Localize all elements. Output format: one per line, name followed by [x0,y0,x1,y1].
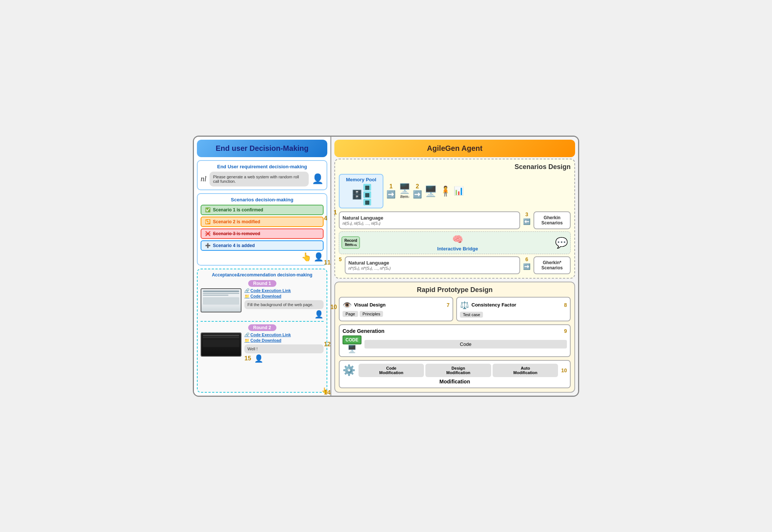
memory-pool-label: Memory Pool [346,177,376,182]
step2-area: 2 ➡️ [413,183,422,199]
mod-title: Modification [343,379,567,385]
scenario-added-text: Scenario 4 is added [213,243,255,248]
round1-user-icon: 👤 [244,310,324,319]
round1-badge: Round 1 [248,280,276,287]
monitor-code-icon: 🖥️ [347,344,357,353]
cg-content-row: CODE 🖥️ Code [343,335,567,353]
memory-pool-box: Memory Pool 🗄️ ▦ ▦ ▦ [339,174,383,208]
nl2-box-title: Natural Language [348,260,516,266]
step10-label: 10 [561,367,567,373]
step12-num: 12 [324,341,331,348]
step5-label: 5 [339,256,342,262]
cf-title: Consistency Factor [471,302,516,308]
requirement-content: nl Please generate a web system with ran… [201,172,324,186]
mod-boxes: CodeModification DesignModification Auto… [359,364,558,377]
round2-links: 🔗 Code Execution Link 📁 Code Download We… [244,332,324,363]
memory-row: Memory Pool 🗄️ ▦ ▦ ▦ 1 [339,174,571,208]
gherkin2-box: Gherkin*Scenarios [533,256,571,274]
scenario-removed-text: Scenario 3 is removed [213,231,260,236]
scenario-modified: 🔁 Scenario 2 is modified [201,217,324,227]
table-icon-3: ▦ [363,199,371,205]
code-icon-area: CODE 🖥️ [343,335,361,353]
scenario-removed-icon: ❌ [205,231,211,236]
round2-step15: 15 👤 [244,354,324,363]
scenarios-design-box: Scenarios Design Memory Pool 🗄️ ▦ ▦ ▦ [334,159,575,279]
nl-box-formula: nl(S₁), nl(S₂), …, nl(Sₙ) [343,221,516,226]
item-area: 🖥️ Itemᵢ 2 ➡️ 🖥️ 🧍 📊 [399,183,464,199]
user-icon-req: 👤 [312,173,324,185]
cf-header: ⚖️ Consistency Factor 8 [460,301,567,309]
folder-icon-2: 📁 [244,338,250,343]
link-icon-2: 🔗 [244,332,250,337]
round2-exec-label: Code Execution Link [250,332,291,337]
gear-icon: ⚙️ [343,364,356,376]
record-box: Record Itemᵢ₊₁ [341,236,360,249]
mod-row: ⚙️ CodeModification DesignModification A… [343,364,567,377]
mod-code: CodeModification [359,364,424,377]
step1-num: 1 [334,209,337,216]
round2-content: 👆 🔗 Code Execution Link 📁 Code Download … [201,332,324,363]
nl-gherkin-row: Natural Language nl(S₁), nl(S₂), …, nl(S… [339,211,571,229]
arrow-right-1: ➡️ [386,190,396,199]
nl2-box: Natural Language nl*(S₁), nl*(S₂), …, nl… [345,256,520,274]
step3-label: 3 [525,211,528,217]
round1-container: Round 1 [201,280,324,288]
round-divider [201,321,324,322]
scenarios-title: Scenarios decision-making [201,197,324,202]
step15-num: 15 [244,355,251,362]
table-icons: ▦ ▦ ▦ [363,184,371,205]
arrow-left-3: ⬅️ [523,218,531,225]
bridge-label: Interactive Bridge [437,246,478,252]
scenario-added: ➕ Scenario 4 is added [201,240,324,251]
round2-badge: Round 2 [248,324,276,331]
nl-box: Natural Language nl(S₁), nl(S₂), …, nl(S… [339,211,520,229]
code-gen-box: Code Generation 9 CODE 🖥️ Code [339,324,571,357]
round1-content: 🔗 Code Execution Link 📁 Code Download Fi… [201,288,324,319]
round1-download-label: Code Download [250,294,281,298]
round2-user-icon: 👤 [254,354,263,363]
brain-icon: 🧠 [452,234,463,244]
round1-exec-label: Code Execution Link [250,288,291,293]
table-icon-2: ▦ [363,191,371,198]
round2-screen: 👆 [201,332,241,357]
mod-design: DesignModification [425,364,491,377]
right-header-text: AgileGen Agent [427,144,482,152]
gherkin-box: GherkinScenarios [533,211,571,229]
round1-download-link[interactable]: 📁 Code Download [244,294,324,299]
round1-exec-link[interactable]: 🔗 Code Execution Link [244,288,324,293]
user-icon-scenario: 👤 [314,252,324,262]
scenario-confirmed-text: Scenario 1 is confirmed [213,207,263,213]
rapid-header-area: Rapid Prototype Design [339,286,571,294]
vd-title: Visual Design [354,302,386,308]
db-icon: 🗄️ [351,189,363,200]
round2-download-link[interactable]: 📁 Code Download [244,338,324,343]
step4-label: 4 [324,215,327,222]
monitor-icon: 🖥️ [399,183,411,194]
requirement-speech: Please generate a web system with random… [210,172,309,186]
round2-container: Round 2 [201,324,324,332]
scenario-added-icon: ➕ [205,243,211,248]
pointer-icon: 👆 [301,252,311,262]
consistency-box: ⚖️ Consistency Factor 8 Test case [456,297,571,321]
visual-design-box: 👁️ Visual Design 7 Page Principles [339,297,453,321]
step1-area: 1 ➡️ [386,183,396,199]
nl2-box-formula: nl*(S₁), nl*(S₂), …, nl*(Sₖ) [348,266,516,270]
monitor-icon-2: 🖥️ [424,185,437,197]
record-label: Record [344,239,357,243]
step6-label: 6 [525,256,528,262]
item-label: Itemᵢ [400,194,409,199]
scenario-modified-icon: 🔁 [205,219,211,224]
link-icon-1: 🔗 [244,288,250,293]
step7-label: 7 [447,302,450,308]
vd-tag-principles: Principles [360,311,383,317]
right-content: Scenarios Design Memory Pool 🗄️ ▦ ▦ ▦ [334,159,575,393]
round2-exec-link[interactable]: 🔗 Code Execution Link [244,332,324,337]
round2-download-label: Code Download [250,338,281,343]
vd-header: 👁️ Visual Design 7 [343,301,450,309]
vd-cf-row: 👁️ Visual Design 7 Page Principles [339,297,571,321]
modification-box: ⚙️ CodeModification DesignModification A… [339,360,571,388]
rapid-title: Rapid Prototype Design [339,286,571,294]
round1-screen [201,288,241,312]
step6-area: 6 ➡️ [523,256,531,274]
table-icon-1: ▦ [363,184,371,191]
